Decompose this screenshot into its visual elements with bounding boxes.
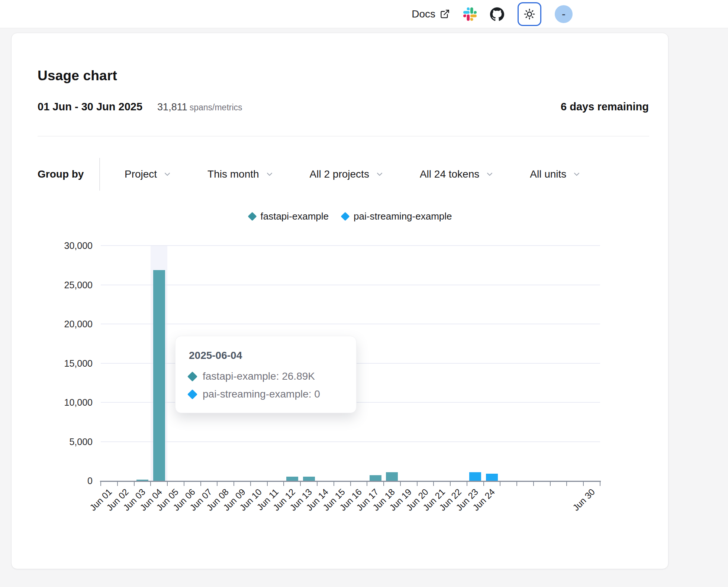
x-axis-tick xyxy=(184,482,184,486)
legend-item-fastapi-example: fastapi-example xyxy=(249,211,329,222)
x-axis-tick xyxy=(134,482,135,486)
usage-total: 31,811spans/metrics xyxy=(157,101,242,113)
x-axis-tick xyxy=(167,482,168,486)
chevron-down-icon xyxy=(375,170,384,179)
tooltip-date: 2025-06-04 xyxy=(189,350,341,361)
sun-icon xyxy=(524,8,535,20)
x-axis-tick xyxy=(350,482,351,486)
gridline xyxy=(101,324,600,324)
tooltip-series-value: pai-streaming-example: 0 xyxy=(203,388,320,400)
x-axis-tick xyxy=(367,482,367,486)
x-axis-tick xyxy=(600,482,600,486)
slack-button[interactable] xyxy=(463,7,477,21)
x-axis-tick xyxy=(300,482,301,486)
chevron-down-icon xyxy=(485,170,494,179)
bar-fastapi-example-jun-17[interactable] xyxy=(370,475,381,481)
x-axis-tick xyxy=(566,482,567,486)
app: Docs xyxy=(0,0,728,587)
x-axis-tick xyxy=(533,482,534,486)
x-axis-tick xyxy=(500,482,500,486)
x-axis-tick xyxy=(150,482,151,486)
filter-dropdown-label: All 24 tokens xyxy=(420,168,479,180)
external-link-icon xyxy=(440,9,450,19)
bar-fastapi-example-jun-18[interactable] xyxy=(386,472,398,481)
github-button[interactable] xyxy=(490,7,504,21)
chart-legend: fastapi-examplepai-streaming-example xyxy=(101,211,600,222)
topbar: Docs xyxy=(0,0,728,28)
tooltip-diamond-icon xyxy=(187,389,197,399)
days-remaining: 6 days remaining xyxy=(561,101,649,113)
gridline xyxy=(101,441,600,442)
x-axis-tick xyxy=(283,482,284,486)
x-axis-tick xyxy=(217,482,218,486)
tooltip-series-value: fastapi-example: 26.89K xyxy=(203,370,315,382)
legend-label: fastapi-example xyxy=(261,211,329,222)
filter-dropdown-projects[interactable]: All 2 projects xyxy=(310,168,384,180)
y-axis-tick-label: 5,000 xyxy=(37,437,93,447)
x-axis-tick xyxy=(550,482,551,486)
x-axis-tick xyxy=(117,482,118,486)
filter-dropdown-label: Project xyxy=(125,168,157,180)
y-axis-tick-label: 0 xyxy=(37,476,93,486)
filter-dropdown-label: All 2 projects xyxy=(310,168,369,180)
legend-diamond-icon xyxy=(248,212,257,221)
bar-fastapi-example-jun-12[interactable] xyxy=(286,477,298,481)
tooltip-series-row: fastapi-example: 26.89K xyxy=(189,370,341,382)
filter-dropdown-group-by-project[interactable]: Project xyxy=(125,168,172,180)
filter-dropdown-units[interactable]: All units xyxy=(530,168,581,180)
y-axis-tick-label: 20,000 xyxy=(37,319,93,330)
x-axis-tick xyxy=(100,482,101,486)
x-axis-tick xyxy=(583,482,584,486)
x-axis-tick xyxy=(317,482,318,486)
x-axis-tick xyxy=(200,482,201,486)
filter-dropdown-label: All units xyxy=(530,168,566,180)
github-icon xyxy=(490,7,504,21)
filter-dropdown-time-range[interactable]: This month xyxy=(207,168,274,180)
y-axis-tick-label: 10,000 xyxy=(37,397,93,408)
usage-total-unit: spans/metrics xyxy=(190,103,242,112)
chevron-down-icon xyxy=(572,170,581,179)
y-axis-tick-label: 25,000 xyxy=(37,280,93,291)
usage-total-value: 31,811 xyxy=(157,101,187,113)
x-axis-tick xyxy=(334,482,334,486)
x-axis-tick xyxy=(450,482,451,486)
x-axis-tick xyxy=(483,482,484,486)
usage-card: Usage chart 01 Jun - 30 Jun 2025 31,811s… xyxy=(11,33,669,569)
slack-icon xyxy=(463,7,477,21)
user-avatar[interactable]: - xyxy=(555,5,573,23)
bar-pai-streaming-example-jun-23[interactable] xyxy=(469,472,481,481)
filter-row: Group by ProjectThis monthAll 2 projects… xyxy=(38,158,617,191)
avatar-label: - xyxy=(562,8,566,20)
filter-dropdown-label: This month xyxy=(207,168,259,180)
vertical-divider xyxy=(99,158,100,191)
chart-tooltip: 2025-06-04 fastapi-example: 26.89Kpai-st… xyxy=(175,336,357,413)
docs-link[interactable]: Docs xyxy=(412,8,450,20)
gridline xyxy=(101,285,600,285)
usage-summary-row: 01 Jun - 30 Jun 2025 31,811spans/metrics… xyxy=(38,101,649,113)
x-axis-tick xyxy=(383,482,384,486)
tooltip-diamond-icon xyxy=(187,372,197,382)
gridline xyxy=(101,245,600,246)
bar-fastapi-example-jun-04[interactable] xyxy=(153,270,165,481)
chevron-down-icon xyxy=(265,170,274,179)
x-axis-tick xyxy=(250,482,251,486)
x-axis-tick xyxy=(467,482,467,486)
x-axis-tick xyxy=(433,482,434,486)
x-axis-tick xyxy=(233,482,234,486)
group-by-label: Group by xyxy=(38,168,84,180)
x-axis-tick-label: Jun 30 xyxy=(553,487,597,531)
page-title: Usage chart xyxy=(38,68,117,84)
theme-toggle-button[interactable] xyxy=(518,2,541,26)
y-axis-tick-label: 30,000 xyxy=(37,240,93,251)
bar-fastapi-example-jun-13[interactable] xyxy=(303,477,315,481)
legend-label: pai-streaming-example xyxy=(354,211,452,222)
x-axis-tick xyxy=(267,482,268,486)
filter-dropdown-tokens[interactable]: All 24 tokens xyxy=(420,168,494,180)
legend-item-pai-streaming-example: pai-streaming-example xyxy=(342,211,452,222)
tooltip-series-row: pai-streaming-example: 0 xyxy=(189,388,341,400)
x-axis-tick xyxy=(417,482,418,486)
divider xyxy=(38,136,649,136)
y-axis-tick-label: 15,000 xyxy=(37,358,93,369)
bar-pai-streaming-example-jun-24[interactable] xyxy=(486,474,498,481)
x-axis-tick xyxy=(400,482,401,486)
